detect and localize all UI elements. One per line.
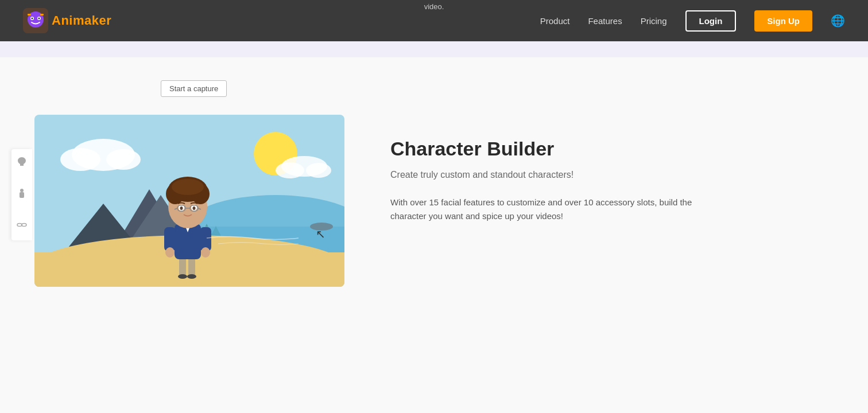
- brand-name-text: Animaker: [52, 13, 111, 28]
- svg-point-48: [172, 179, 204, 195]
- svg-point-16: [60, 148, 100, 171]
- svg-rect-7: [40, 14, 44, 15]
- login-button[interactable]: Login: [685, 10, 737, 32]
- body-icon[interactable]: [16, 188, 28, 202]
- navbar: Animaker video. Product Features Pricing…: [0, 0, 868, 41]
- svg-point-36: [187, 274, 196, 279]
- scene-illustration: ✦: [34, 115, 344, 287]
- svg-point-41: [165, 247, 175, 258]
- feature-text-block: Character Builder Create truly custom an…: [390, 138, 712, 223]
- svg-point-20: [306, 163, 331, 178]
- language-globe-icon[interactable]: 🌐: [831, 14, 845, 28]
- svg-rect-34: [188, 257, 195, 276]
- signup-button[interactable]: Sign Up: [754, 10, 812, 32]
- nav-pricing[interactable]: Pricing: [641, 16, 667, 26]
- accessory-icon[interactable]: [16, 219, 28, 233]
- capture-button[interactable]: Start a capture: [161, 80, 227, 97]
- svg-point-51: [180, 206, 183, 210]
- animaker-logo-icon: [23, 8, 48, 33]
- svg-point-9: [20, 189, 24, 192]
- navbar-top-text: video.: [424, 2, 444, 11]
- svg-point-32: [310, 223, 333, 231]
- navbar-right: Product Features Pricing Login Sign Up 🌐: [540, 10, 845, 32]
- feature-subtitle: Create truly custom and standout charact…: [390, 168, 712, 182]
- nav-product[interactable]: Product: [540, 16, 570, 26]
- character-builder-sidebar: [11, 149, 32, 240]
- svg-point-19: [276, 162, 304, 178]
- illustration-container: ✦ ↖: [34, 115, 344, 287]
- main-content: Start a capture: [0, 57, 868, 413]
- svg-point-4: [32, 18, 33, 20]
- svg-rect-8: [20, 192, 24, 198]
- feature-title: Character Builder: [390, 138, 712, 160]
- hero-band: [0, 41, 868, 57]
- svg-point-52: [193, 206, 196, 210]
- svg-point-42: [201, 247, 210, 258]
- hair-icon[interactable]: [16, 156, 28, 170]
- nav-features[interactable]: Features: [588, 16, 622, 26]
- svg-point-5: [38, 18, 40, 20]
- brand-logo[interactable]: Animaker: [23, 8, 111, 33]
- svg-point-35: [178, 274, 187, 279]
- svg-rect-6: [28, 14, 31, 15]
- svg-point-11: [22, 224, 26, 227]
- feature-description: With over 15 facial features to customiz…: [390, 196, 712, 223]
- svg-rect-33: [179, 257, 186, 276]
- svg-point-17: [106, 149, 141, 170]
- svg-point-10: [17, 224, 22, 227]
